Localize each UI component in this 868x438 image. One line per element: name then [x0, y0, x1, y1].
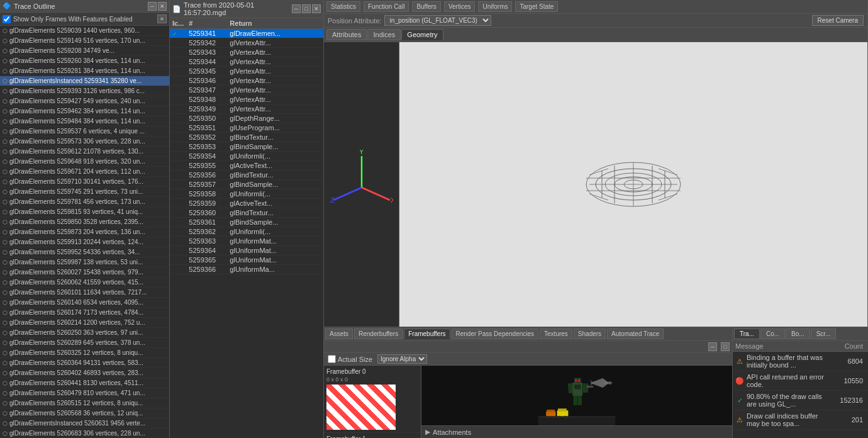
trace-outline-item-11[interactable]: ⬡glDrawElements 5259573 306 vertices, 22…: [0, 137, 169, 147]
trace-row-24[interactable]: 5259365 glUniformMat...: [170, 256, 323, 265]
trace-outline-item-40[interactable]: ⬡glDrawElements 5260683 306 vertices, 22…: [0, 429, 169, 438]
trace-outline-item-2[interactable]: ⬡glDrawElements 5259208 34749 ve...: [0, 46, 169, 56]
trace-outline-item-21[interactable]: ⬡glDrawElements 5259913 20244 vertices, …: [0, 237, 169, 247]
msg-item-2[interactable]: ✓ 90.80% of the draw calls are using GL_…: [733, 391, 868, 410]
trace-row-12[interactable]: 5259353 glBindSample...: [170, 142, 323, 152]
trace-outline-item-25[interactable]: ⬡glDrawElements 5260062 41559 vertices, …: [0, 278, 169, 288]
trace-outline-item-10[interactable]: ⬡glDrawElements 5259537 6 vertices, 4 un…: [0, 126, 169, 137]
trace-outline-item-4[interactable]: ⬡glDrawElements 5259281 384 vertices, 11…: [0, 66, 169, 76]
trace-row-2[interactable]: 5259343 glVertexAttr...: [170, 48, 323, 57]
trace-row-21[interactable]: 5259362 glUniformli(...: [170, 227, 323, 237]
maximize-fb[interactable]: □: [721, 342, 730, 351]
trace-outline-item-18[interactable]: ⬡glDrawElements 5259815 93 vertices, 41 …: [0, 207, 169, 217]
trace-outline-item-9[interactable]: ⬡glDrawElements 5259484 384 vertices, 11…: [0, 116, 169, 126]
trace-outline-item-6[interactable]: ⬡glDrawElements 5259393 3126 vertices, 9…: [0, 86, 169, 96]
geo-top-tab-function-call[interactable]: Function Call: [364, 1, 409, 12]
fb-tab-renderbuffers[interactable]: Renderbuffers: [354, 328, 403, 339]
show-only-frames-checkbox[interactable]: [3, 15, 11, 23]
msg-item-3[interactable]: ⚠ Draw call indices buffer may be too sp…: [733, 410, 868, 430]
maximize-trace[interactable]: □: [302, 4, 311, 13]
trace-row-8[interactable]: 5259349 glVertexAttr...: [170, 104, 323, 114]
geo-top-tab-statistics[interactable]: Statistics: [326, 1, 360, 12]
trace-row-14[interactable]: 5259355 glActiveText...: [170, 161, 323, 171]
trace-outline-item-37[interactable]: ⬡glDrawElements 5260515 12 vertices, 8 u…: [0, 398, 169, 408]
trace-row-18[interactable]: 5259359 glActiveText...: [170, 199, 323, 208]
ignore-alpha-select[interactable]: Ignore Alpha: [377, 354, 427, 364]
geo-top-tab-uniforms[interactable]: Uniforms: [478, 1, 512, 12]
trace-outline-item-30[interactable]: ⬡glDrawElements 5260250 363 vertices, 97…: [0, 328, 169, 338]
trace-row-5[interactable]: 5259346 glVertexAttr...: [170, 76, 323, 86]
fb-tab-shaders[interactable]: Shaders: [574, 328, 606, 339]
msg-item-0[interactable]: ⚠ Binding a buffer that was initially bo…: [733, 352, 868, 371]
minimize-trace[interactable]: ─: [292, 4, 301, 13]
msg-item-1[interactable]: 🔴 API call returned an error code. 10550: [733, 371, 868, 391]
trace-row-9[interactable]: 5259350 glDepthRange...: [170, 114, 323, 123]
trace-outline-item-0[interactable]: ⬡glDrawElements 5259039 1440 vertices, 9…: [0, 26, 169, 36]
trace-row-7[interactable]: 5259348 glVertexAttr...: [170, 95, 323, 104]
msg-tab-3[interactable]: Scr...: [811, 328, 837, 339]
trace-row-19[interactable]: 5259360 glBindTextur...: [170, 208, 323, 218]
trace-outline-item-15[interactable]: ⬡glDrawElements 5259710 30141 vertices, …: [0, 177, 169, 187]
trace-row-20[interactable]: 5259361 glBindSample...: [170, 218, 323, 227]
trace-outline-item-28[interactable]: ⬡glDrawElements 5260174 7173 vertices, 4…: [0, 308, 169, 318]
trace-outline-item-33[interactable]: ⬡glDrawElements 5260364 94131 vertices, …: [0, 358, 169, 368]
geo-tab-geometry[interactable]: Geometry: [401, 29, 443, 40]
expand-collapse-btn[interactable]: ≡: [157, 14, 167, 23]
msg-tab-1[interactable]: Co...: [760, 328, 785, 339]
geo-top-tab-target-state[interactable]: Target State: [515, 1, 558, 12]
geo-tab-indices[interactable]: Indices: [367, 29, 401, 40]
geo-tab-attributes[interactable]: Attributes: [326, 29, 367, 40]
trace-outline-item-1[interactable]: ⬡glDrawElements 5259149 516 vertices, 17…: [0, 36, 169, 46]
fb-item-0[interactable]: Framebuffer 0 0 x 0 x 0: [324, 366, 421, 433]
trace-outline-item-29[interactable]: ⬡glDrawElements 5260214 1200 vertices, 7…: [0, 318, 169, 328]
trace-outline-item-24[interactable]: ⬡glDrawElements 5260027 15438 vertices, …: [0, 267, 169, 278]
minimize-fb[interactable]: ─: [708, 342, 717, 351]
trace-row-11[interactable]: 5259352 glBindTextur...: [170, 133, 323, 142]
trace-row-4[interactable]: 5259345 glVertexAttr...: [170, 67, 323, 76]
trace-row-6[interactable]: 5259347 glVertexAttr...: [170, 86, 323, 95]
fb-tab-render-pass-dependencies[interactable]: Render Pass Dependencies: [452, 328, 539, 339]
reset-camera-button[interactable]: Reset Camera: [812, 15, 864, 26]
fb-tab-automated-trace[interactable]: Automated Trace: [607, 328, 664, 339]
trace-row-22[interactable]: 5259363 glUniformMat...: [170, 237, 323, 246]
trace-row-1[interactable]: 5259342 glVertexAttr...: [170, 38, 323, 48]
trace-outline-item-13[interactable]: ⬡glDrawElements 5259648 918 vertices, 32…: [0, 157, 169, 167]
trace-outline-item-26[interactable]: ⬡glDrawElements 5260101 11634 vertices, …: [0, 288, 169, 298]
trace-row-16[interactable]: 5259357 glBindSample...: [170, 180, 323, 189]
trace-outline-item-27[interactable]: ⬡glDrawElements 5260140 6534 vertices, 4…: [0, 298, 169, 308]
trace-outline-item-22[interactable]: ⬡glDrawElements 5259952 54336 vertices, …: [0, 247, 169, 257]
fb-tab-framebuffers[interactable]: Framebuffers: [404, 328, 450, 339]
actual-size-checkbox[interactable]: [328, 355, 336, 363]
trace-row-3[interactable]: 5259344 glVertexAttr...: [170, 57, 323, 67]
minimize-trace-outline[interactable]: ─: [148, 2, 157, 11]
trace-outline-item-17[interactable]: ⬡glDrawElements 5259781 456 vertices, 17…: [0, 197, 169, 207]
trace-row-17[interactable]: 5259358 glUniformli(...: [170, 189, 323, 199]
msg-tab-0[interactable]: Tra...: [734, 328, 760, 339]
close-trace[interactable]: ✕: [312, 4, 321, 13]
trace-row-0[interactable]: ✓ 5259341 glDrawElemen...: [170, 29, 323, 38]
trace-outline-item-5[interactable]: ⬡glDrawElementsInstanced 5259341 35280 v…: [0, 76, 169, 86]
trace-outline-item-31[interactable]: ⬡glDrawElements 5260289 645 vertices, 37…: [0, 338, 169, 348]
trace-row-13[interactable]: 5259354 glUniformli(...: [170, 152, 323, 161]
trace-outline-item-19[interactable]: ⬡glDrawElements 5259850 3528 vertices, 2…: [0, 217, 169, 227]
trace-row-23[interactable]: 5259364 glUniformMat...: [170, 246, 323, 256]
trace-outline-item-38[interactable]: ⬡glDrawElements 5260568 36 vertices, 12 …: [0, 408, 169, 418]
trace-outline-item-23[interactable]: ⬡glDrawElements 5259987 138 vertices, 53…: [0, 257, 169, 267]
trace-outline-item-20[interactable]: ⬡glDrawElements 5259873 204 vertices, 13…: [0, 227, 169, 237]
trace-outline-item-16[interactable]: ⬡glDrawElements 5259745 291 vertices, 73…: [0, 187, 169, 197]
trace-row-15[interactable]: 5259356 glBindTextur...: [170, 171, 323, 180]
trace-outline-item-34[interactable]: ⬡glDrawElements 5260402 46893 vertices, …: [0, 368, 169, 378]
trace-outline-item-39[interactable]: ⬡glDrawElementsInstanced 5260631 9456 ve…: [0, 418, 169, 429]
trace-outline-item-36[interactable]: ⬡glDrawElements 5260479 810 vertices, 47…: [0, 388, 169, 398]
fb-item-1[interactable]: Framebuffer 1 1920 x 1080: [324, 433, 421, 438]
geo-top-tab-buffers[interactable]: Buffers: [412, 1, 441, 12]
geo-top-tab-vertices[interactable]: Vertices: [444, 1, 476, 12]
fb-tab-assets[interactable]: Assets: [325, 328, 353, 339]
trace-outline-item-12[interactable]: ⬡glDrawElements 5259612 21078 vertices, …: [0, 147, 169, 157]
trace-outline-item-3[interactable]: ⬡glDrawElements 5259260 384 vertices, 11…: [0, 56, 169, 66]
trace-row-25[interactable]: 5259366 glUniformMa...: [170, 265, 323, 274]
msg-tab-2[interactable]: Bo...: [786, 328, 810, 339]
trace-outline-item-35[interactable]: ⬡glDrawElements 5260441 8130 vertices, 4…: [0, 378, 169, 388]
close-trace-outline[interactable]: ✕: [158, 2, 167, 11]
position-select[interactable]: in_position (GL_FLOAT_VEC3): [384, 15, 491, 26]
